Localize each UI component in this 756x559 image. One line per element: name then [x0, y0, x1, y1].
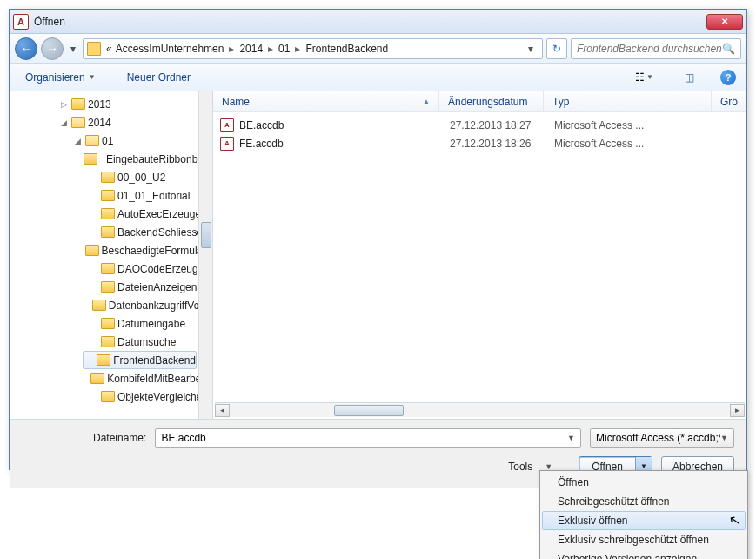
tree-item-DateienAnzeigen[interactable]: DateienAnzeigen — [10, 278, 212, 296]
history-dropdown[interactable]: ▾ — [67, 38, 79, 59]
file-type: Microsoft Access ... — [554, 119, 659, 131]
sort-asc-icon: ▲ — [423, 98, 430, 105]
close-button[interactable]: ✕ — [706, 14, 743, 30]
back-button[interactable]: ← — [15, 37, 37, 60]
expand-toggle-icon[interactable]: ◢ — [59, 118, 69, 127]
titlebar[interactable]: A Öffnen ✕ — [10, 10, 746, 34]
menu-item-Öffnen[interactable]: Öffnen — [542, 473, 746, 492]
tree-item-01[interactable]: ◢ 01 — [10, 131, 212, 150]
access-file-icon: A — [220, 118, 234, 132]
tree-item-Datumeingabe[interactable]: Datumeingabe — [10, 314, 212, 333]
tree-label: Datumeingabe — [117, 318, 185, 330]
menu-item-Schreibgeschützt öffnen[interactable]: Schreibgeschützt öffnen — [542, 492, 746, 511]
scroll-thumb[interactable] — [334, 405, 404, 416]
folder-icon — [97, 354, 110, 366]
organize-button[interactable]: Organisieren▼ — [20, 69, 101, 86]
open-dialog: A Öffnen ✕ ← → ▾ « AccessImUnternehmen ▸… — [9, 9, 747, 470]
spacer — [90, 355, 94, 365]
chevron-down-icon[interactable]: ▼ — [720, 434, 728, 442]
tree-item-BeschaedigteFormulare[interactable]: BeschaedigteFormulare — [10, 241, 212, 259]
preview-pane-button[interactable]: ◫ — [679, 68, 699, 87]
chevron-down-icon[interactable]: ▼ — [567, 434, 575, 442]
folder-icon — [84, 153, 97, 165]
folder-icon — [85, 135, 99, 146]
tree-label: 2013 — [88, 98, 111, 111]
search-icon[interactable]: 🔍 — [722, 43, 735, 55]
tree-item-BackendSchliessen[interactable]: BackendSchliessen — [10, 223, 212, 241]
forward-button[interactable]: → — [41, 37, 64, 60]
column-headers: Name▲ Änderungsdatum Typ Grö — [213, 91, 746, 112]
tree-item-KombifeldMitBearbeitu[interactable]: KombifeldMitBearbeitu — [10, 369, 212, 387]
menu-item-Exklusiv öffnen[interactable]: Exklusiv öffnen — [542, 511, 746, 530]
tree-label: KombifeldMitBearbeitu — [107, 373, 212, 385]
refresh-button[interactable]: ↻ — [546, 38, 567, 59]
tree-item-DatenbankzugriffVonA[interactable]: DatenbankzugriffVonA — [10, 296, 212, 314]
column-header-name[interactable]: Name▲ — [213, 91, 439, 111]
tree-item-ObjekteVergleichen[interactable]: ObjekteVergleichen — [10, 387, 212, 406]
tree-item-2014[interactable]: ◢ 2014 — [10, 113, 212, 131]
filename-input[interactable] — [161, 432, 567, 444]
file-name: FE.accdb — [239, 138, 450, 150]
tree-item-2013[interactable]: ▷ 2013 — [10, 95, 212, 113]
open-mode-menu[interactable]: Öffnen Schreibgeschützt öffnen Exklusiv … — [539, 470, 748, 559]
folder-icon — [71, 98, 85, 110]
file-row[interactable]: A BE.accdb 27.12.2013 18:27 Microsoft Ac… — [213, 116, 746, 134]
breadcrumb-item[interactable]: 2014 — [238, 41, 264, 57]
breadcrumb-item[interactable]: AccessImUnternehmen — [114, 41, 226, 57]
spacer — [81, 300, 90, 310]
tree-item-_EingebauteRibbonbefe[interactable]: _EingebauteRibbonbefe — [10, 150, 212, 168]
breadcrumb-dropdown-icon[interactable]: ▾ — [523, 43, 539, 55]
scroll-left-button[interactable]: ◄ — [215, 404, 230, 417]
file-list[interactable]: A BE.accdb 27.12.2013 18:27 Microsoft Ac… — [213, 112, 746, 402]
tools-label[interactable]: Tools — [508, 461, 532, 473]
expand-toggle-icon[interactable]: ▷ — [59, 99, 69, 109]
folder-icon — [90, 373, 104, 384]
filetype-filter-combo[interactable]: Microsoft Access (*.accdb;*.mc ▼ — [590, 428, 734, 448]
window-title: Öffnen — [34, 16, 706, 28]
splitter[interactable] — [211, 91, 216, 419]
scroll-track[interactable] — [230, 404, 730, 417]
tree-label: DAOCodeErzeugen — [117, 263, 210, 275]
folder-icon — [101, 318, 115, 329]
menu-item-Exklusiv schreibgeschützt öffnen[interactable]: Exklusiv schreibgeschützt öffnen — [542, 530, 746, 549]
spacer — [89, 337, 98, 347]
breadcrumb-bar[interactable]: « AccessImUnternehmen ▸ 2014 ▸ 01 ▸ Fron… — [83, 38, 543, 59]
tools-dropdown-icon[interactable]: ▼ — [545, 462, 552, 471]
folder-tree[interactable]: ▷ 2013 ◢ 2014 ◢ 01 _EingebauteRibbonbefe… — [10, 91, 213, 419]
breadcrumb-sep-icon: ▸ — [264, 43, 277, 55]
views-button[interactable]: ☷▼ — [631, 69, 658, 86]
folder-icon — [101, 391, 115, 402]
folder-icon — [92, 300, 106, 311]
new-folder-button[interactable]: Neuer Ordner — [122, 69, 196, 86]
filename-combo[interactable]: ▼ — [155, 428, 581, 448]
file-pane: Name▲ Änderungsdatum Typ Grö A BE.accdb … — [213, 91, 746, 419]
tree-label: ObjekteVergleichen — [117, 391, 208, 403]
expand-toggle-icon[interactable]: ◢ — [73, 136, 83, 145]
folder-icon — [101, 190, 115, 201]
help-button[interactable]: ? — [720, 70, 736, 85]
menu-item-Vorherige Versionen anzeigen[interactable]: Vorherige Versionen anzeigen — [542, 549, 746, 559]
tree-label: BackendSchliessen — [117, 226, 209, 239]
breadcrumb-chevrons[interactable]: « — [104, 41, 114, 57]
tree-item-00_00_U2[interactable]: 00_00_U2 — [10, 168, 212, 186]
scroll-right-button[interactable]: ► — [730, 404, 745, 417]
file-row[interactable]: A FE.accdb 27.12.2013 18:26 Microsoft Ac… — [213, 134, 746, 152]
tree-item-FrontendBackend[interactable]: FrontendBackend — [83, 351, 197, 369]
search-input[interactable] — [577, 43, 722, 55]
tree-item-DAOCodeErzeugen[interactable]: DAOCodeErzeugen — [10, 259, 212, 278]
horizontal-scrollbar[interactable]: ◄ ► — [215, 402, 745, 417]
column-header-type[interactable]: Typ — [544, 91, 712, 111]
column-header-date[interactable]: Änderungsdatum — [439, 91, 544, 111]
search-box[interactable]: 🔍 — [571, 38, 741, 59]
breadcrumb-item[interactable]: FrontendBackend — [304, 41, 390, 57]
folder-icon — [101, 172, 115, 183]
tree-item-AutoExecErzeugen[interactable]: AutoExecErzeugen — [10, 205, 212, 223]
spacer — [89, 264, 98, 273]
tree-label: BeschaedigteFormulare — [102, 245, 212, 257]
spacer — [74, 154, 82, 164]
spacer — [89, 227, 98, 237]
tree-item-01_01_Editorial[interactable]: 01_01_Editorial — [10, 186, 212, 205]
breadcrumb-item[interactable]: 01 — [277, 41, 291, 57]
column-header-size[interactable]: Grö — [712, 91, 746, 111]
tree-item-Datumsuche[interactable]: Datumsuche — [10, 333, 212, 351]
